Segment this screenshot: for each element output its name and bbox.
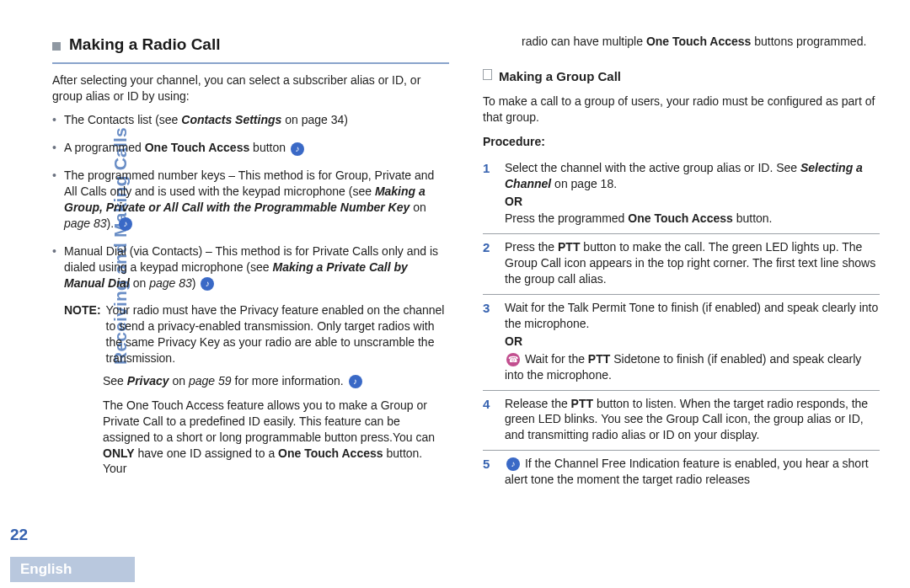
text: If the Channel Free Indication feature i… [505,457,869,486]
text: A programmed [64,141,145,154]
language-label: English [20,561,72,578]
text: Wait for the [522,352,588,366]
bullet-list: The Contacts list (see Contacts Settings… [52,112,449,291]
text-bold: One Touch Access [646,35,751,48]
or-label: OR [505,334,880,350]
text: on [410,200,426,214]
text-bold: PTT [571,397,593,410]
text-italic: page 83 [64,216,107,230]
list-item: The programmed number keys – This method… [52,168,449,232]
text-bold: One Touch Access [628,211,732,225]
text: The One Touch Access feature allows you … [103,398,435,444]
text: on [169,374,189,388]
continuation-paragraph: radio can have multiple One Touch Access… [483,34,880,50]
text: Press the [505,240,558,254]
content-area: Making a Radio Call After selecting your… [52,34,880,549]
sub-heading: Making a Group Call [499,68,621,85]
note-label: NOTE: [64,302,101,366]
intro-paragraph: After selecting your channel, you can se… [52,72,449,104]
text-italic: page 83 [149,276,192,290]
body-paragraph: To make a call to a group of users, your… [483,94,880,126]
note-row: NOTE: Your radio must have the Privacy f… [64,302,449,366]
radio-icon: ♪ [291,142,304,156]
square-bullet-icon [52,42,61,51]
radio-icon: ♪ [349,375,362,388]
text: ) [192,276,200,290]
or-label: OR [505,194,880,210]
text: radio can have multiple [522,35,646,48]
text: Press the programmed [505,211,628,225]
text: for more information. [232,374,347,388]
list-item: A programmed One Touch Access button ♪ [52,140,449,156]
subheading-row: Making a Group Call [483,58,880,90]
list-item: The Contacts list (see Contacts Settings… [52,112,449,128]
page: Receiving and Making Calls 22 English Ma… [0,0,910,588]
section-heading: Making a Radio Call [69,34,220,56]
step-item: Press the PTT button to make the call. T… [483,234,880,295]
procedure-steps: Select the channel with the active group… [483,155,880,494]
text: ). [107,216,117,230]
heading-row: Making a Radio Call [52,34,449,64]
procedure-label: Procedure: [483,134,880,150]
text: button. [733,211,773,225]
page-number: 22 [10,526,28,544]
text: on [130,276,149,290]
text: on page 18. [551,177,617,190]
ptt-icon: ☎ [506,353,520,366]
text: on page 34) [281,113,348,126]
text-bold: ONLY [103,446,135,460]
text-bold-italic: Contacts Settings [181,113,281,126]
text-bold-italic: Privacy [127,374,169,388]
language-bar: English [10,557,135,582]
left-column: Making a Radio Call After selecting your… [52,34,449,549]
step-item: Release the PTT button to listen. When t… [483,391,880,452]
text-bold: PTT [588,352,610,366]
text-bold: One Touch Access [278,446,383,460]
text: buttons programmed. [751,35,866,48]
text: button [249,141,289,154]
text: Wait for the Talk Permit Tone to finish … [505,300,880,332]
square-outline-icon [483,69,492,80]
text-bold: PTT [558,240,580,254]
text-italic: page 59 [189,374,232,388]
list-item: Manual Dial (via Contacts) – This method… [52,243,449,291]
step-item: Wait for the Talk Permit Tone to finish … [483,295,880,390]
note-paragraph: See Privacy on page 59 for more informat… [64,373,449,389]
right-column: radio can have multiple One Touch Access… [483,34,880,549]
step-item: ♪ If the Channel Free Indication feature… [483,451,880,494]
text: have one ID assigned to a [135,446,278,460]
radio-icon: ♪ [201,277,214,291]
text: Select the channel with the active group… [505,161,800,174]
text: See [103,374,127,388]
step-item: Select the channel with the active group… [483,155,880,235]
radio-icon: ♪ [506,457,520,471]
text: Release the [505,397,571,410]
radio-icon: ♪ [119,217,132,231]
note-paragraph: The One Touch Access feature allows you … [64,398,449,477]
text-bold: One Touch Access [145,141,249,154]
note-body: Your radio must have the Privacy feature… [106,302,449,366]
text: The Contacts list (see [64,113,181,126]
note-block: NOTE: Your radio must have the Privacy f… [52,302,449,477]
